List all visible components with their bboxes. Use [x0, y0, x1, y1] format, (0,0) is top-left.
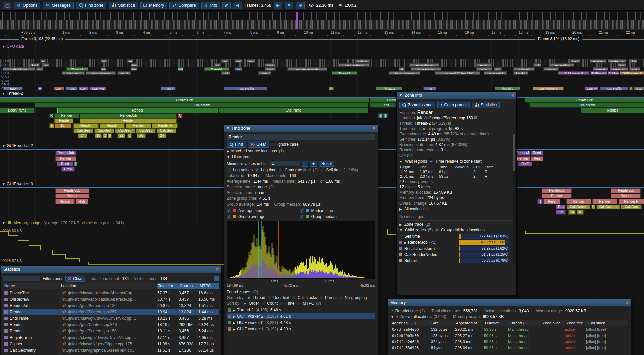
- cpu-zone[interactable]: tracy_syn: [62, 71, 85, 75]
- cpu-zone[interactable]: Tracy: [66, 87, 78, 90]
- timeline-zone[interactable]: RenderJob: [611, 188, 641, 193]
- thread-name[interactable]: Thread-2: [414, 121, 431, 126]
- cpu-zone[interactable]: aux: [617, 63, 626, 67]
- timeline-zone[interactable]: Rencer: [566, 199, 591, 204]
- col-cpu[interactable]: CPU: [473, 165, 484, 169]
- cpu-zone[interactable]: GUIF worker 0: [558, 71, 589, 75]
- cpu-zone[interactable]: Thread-2: [204, 67, 229, 71]
- cpu-zone[interactable]: surfaceflinger: [409, 63, 439, 67]
- timeline-zone[interactable]: Re5: [76, 199, 88, 204]
- restrict-time-icon[interactable]: ◔: [391, 308, 393, 313]
- timeline-zone[interactable]: Render: [542, 194, 572, 198]
- timeline-zone[interactable]: 16: [95, 133, 102, 138]
- zone-info-titlebar[interactable]: ▼ Zone info ×: [397, 92, 516, 99]
- goto-frame-button[interactable]: ⊕: [296, 2, 305, 9]
- allocation-address[interactable]: 0x7e049b3d00: [391, 334, 430, 338]
- timeline-zone[interactable]: Render F: [152, 123, 178, 128]
- allocation-call-stack[interactable]: [alloc] [free]: [585, 327, 628, 331]
- cpu-zone[interactable]: et: [399, 67, 405, 71]
- table-row[interactable]: Clipper jni/../jni/src/claw/gfx/geo/Clip…: [3, 341, 219, 347]
- cpu-zone[interactable]: composer@: [484, 71, 507, 75]
- options-button[interactable]: ⚙Options: [14, 2, 40, 9]
- table-row[interactable]: BeginFrame jni/../jni/src/claw/gfx/drv/v…: [3, 334, 219, 341]
- wait-regions-header[interactable]: ▼ Wait regions Time relative to zone sta…: [399, 159, 514, 164]
- cpu-row[interactable]: CPU0 syirqsutimsysaudsurfaceIkworsen-ser…: [0, 59, 644, 63]
- filter-zones-input[interactable]: [3, 275, 41, 282]
- cpu-zone[interactable]: kworke: [513, 71, 528, 75]
- ignore-case-checkbox[interactable]: [271, 142, 275, 147]
- timeline-zone[interactable]: OnRedraw: [529, 103, 644, 108]
- cpu-zone[interactable]: system_s: [608, 59, 626, 63]
- timeline-zone[interactable]: T: [383, 113, 388, 118]
- timeline-zone[interactable]: Render: [611, 194, 641, 198]
- zone-statistics-button[interactable]: Statistics: [472, 102, 500, 108]
- timeline-zone[interactable]: 18.: [55, 123, 71, 128]
- col-mtpc[interactable]: MTPC: [198, 283, 219, 289]
- cpu-zone[interactable]: kwot: [265, 67, 276, 71]
- timeline-zone[interactable]: Render: [581, 108, 644, 113]
- col-end[interactable]: End: [419, 165, 438, 169]
- allocation-thread[interactable]: Main thread: [507, 340, 540, 344]
- collapse-icon[interactable]: ▼: [399, 93, 402, 97]
- timeline-zone[interactable]: EndFrame: [219, 108, 368, 113]
- timeline-zone[interactable]: Render R: [619, 199, 644, 204]
- timeline-zone[interactable]: RenderJob: [55, 151, 76, 156]
- timeline-zone[interactable]: Render: [100, 123, 125, 128]
- sort-by-option[interactable]: Order: [243, 301, 259, 306]
- cpu-zone[interactable]: cfr: [215, 63, 221, 67]
- timeline-zone[interactable]: CalcGeo: [115, 128, 135, 133]
- timeline-zone[interactable]: C: [127, 133, 132, 138]
- cpu-zone[interactable]: rot_d: [118, 71, 131, 75]
- timeline-zone[interactable]: PrivateTick: [0, 98, 369, 103]
- timeline-zone[interactable]: RenderJob: [55, 188, 89, 193]
- found-zone-group-row[interactable]: Thread-2 (4,105) 6.46 s: [227, 307, 375, 313]
- col-duration[interactable]: Duration: [484, 320, 508, 326]
- allocation-thread[interactable]: Main thread: [507, 327, 540, 331]
- allocation-row[interactable]: 0x7dfaa64e00 192 bytes 298.21 ms 59.95 s…: [391, 326, 628, 332]
- sort-by-option[interactable]: Time: [280, 301, 294, 306]
- sort-by-option[interactable]: Count: [261, 301, 278, 306]
- timeline-zone[interactable]: Ren: [531, 156, 543, 161]
- cpu-zone[interactable]: GUIF: [79, 87, 89, 90]
- cpu-zone[interactable]: sen-serv: [590, 59, 606, 63]
- time-ruler[interactable]: +55.83 s 1 ms2 ms3 ms4 ms5 ms6 ms7 ms8 m…: [0, 29, 644, 36]
- zoom-to-zone-button[interactable]: Zoom to zone: [399, 102, 435, 108]
- cpu-row[interactable]: CPU7 TracyMGUIFTracyGUIFGUIF worTracy IT…: [0, 87, 644, 90]
- cumulate-time-checkbox[interactable]: [278, 168, 283, 172]
- timeline-zone[interactable]: 24: [78, 133, 87, 138]
- allocation-row[interactable]: 0x7dfc42d640 32 bytes 298.3 ms 59.95 s M…: [391, 339, 628, 345]
- cpu-zone[interactable]: system-s: [610, 67, 628, 71]
- timeline-zone[interactable]: 9: [74, 162, 77, 166]
- timeline-zone[interactable]: 24: [158, 133, 166, 138]
- col-state[interactable]: State: [484, 165, 497, 169]
- cpu-zone[interactable]: su: [127, 59, 133, 63]
- cpu-zone[interactable]: Tracy I: [161, 87, 176, 90]
- group-by-option[interactable]: Parent: [319, 295, 337, 300]
- timeline-zone[interactable]: CalcGeomet: [596, 205, 620, 209]
- cpu-zone[interactable]: GUIF wor: [90, 87, 106, 90]
- timeline-zone[interactable]: C: [178, 113, 183, 118]
- cpu-zone[interactable]: Trac: [423, 87, 436, 90]
- allocation-call-stack[interactable]: [alloc] [free]: [585, 334, 628, 338]
- source-location[interactable]: jni/../jni/src/guif/Screen.cpp:150: [417, 116, 473, 120]
- cpu-row[interactable]: CPU6: [0, 83, 644, 86]
- timeline-zone[interactable]: Rende: [54, 118, 73, 123]
- table-row[interactable]: OnRedraw jni/../jni/src/claw/application…: [3, 296, 219, 302]
- col-size[interactable]: Size: [430, 320, 454, 326]
- clear-button[interactable]: Clear: [248, 141, 269, 148]
- wait-region-row[interactable]: 1.91 ms 1.97 ms 61 µs - 2 R: [399, 169, 514, 174]
- memory-button[interactable]: Memory: [140, 2, 167, 9]
- go-to-parent-button[interactable]: ↑Go to parent: [437, 102, 470, 108]
- child-zone-row[interactable]: RenderJob (×2) 4.16 ms (92.60%): [399, 239, 509, 246]
- col-location[interactable]: Location: [60, 283, 156, 289]
- find-zone-button[interactable]: Find zone: [76, 2, 106, 9]
- min-values-input[interactable]: 1: [270, 160, 300, 167]
- cpu-data-header[interactable]: ▼CPU data: [2, 44, 24, 49]
- reset-button[interactable]: Reset: [319, 161, 334, 167]
- cpu-zone[interactable]: I: [629, 87, 633, 90]
- wait-region-row[interactable]: 2.01 ms 2.07 ms 59 µs - 2 R: [399, 174, 514, 179]
- timeline-zone[interactable]: 10: [577, 210, 584, 215]
- log-values-checkbox[interactable]: [227, 168, 231, 172]
- col-begin[interactable]: Begin: [399, 165, 419, 169]
- histogram-plot[interactable]: [227, 221, 375, 279]
